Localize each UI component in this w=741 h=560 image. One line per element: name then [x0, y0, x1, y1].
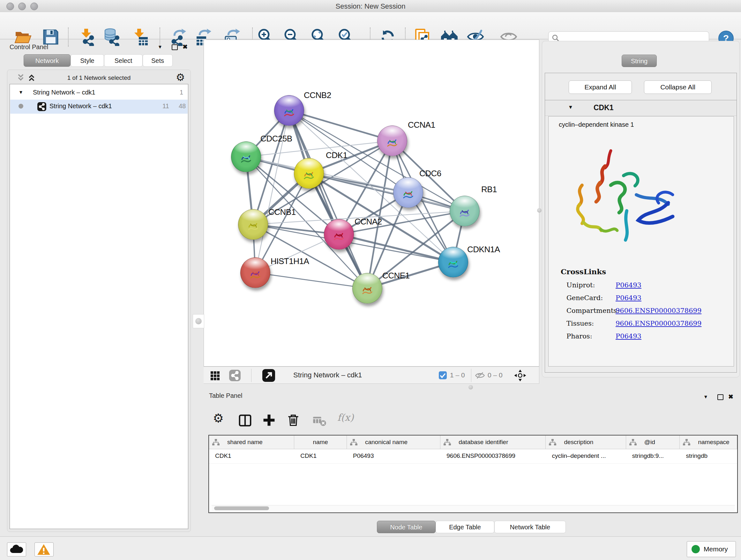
- column-header-canonical-name[interactable]: canonical name: [347, 435, 441, 449]
- network-type-icon[interactable]: [229, 370, 241, 381]
- table-cell[interactable]: P06493: [347, 449, 441, 463]
- selected-nodes-checkbox-icon[interactable]: [439, 371, 447, 381]
- tab-select[interactable]: Select: [104, 54, 143, 67]
- column-header--id[interactable]: @id: [626, 435, 680, 449]
- table-cell[interactable]: stringdb: [680, 449, 737, 463]
- column-header-label: @id: [644, 439, 655, 446]
- tree-expand-icon[interactable]: ▼: [18, 89, 23, 95]
- hidden-eye-icon[interactable]: [475, 371, 485, 381]
- panel-splitter-handle[interactable]: [193, 314, 204, 328]
- tab-style[interactable]: Style: [71, 54, 104, 67]
- table-cell[interactable]: CDK1: [294, 449, 347, 463]
- protein-structure-thumbnail: [398, 184, 418, 204]
- crosslink-row: Uniprot:P06493: [566, 281, 726, 289]
- table-panel-float-icon[interactable]: [718, 394, 724, 400]
- crosslink-row: GeneCard:P06493: [566, 294, 726, 302]
- scrollbar-thumb[interactable]: [214, 506, 269, 510]
- crosslink-row: Tissues:9606.ENSP00000378699: [566, 320, 726, 327]
- node-label-cdc25b: CDC25B: [260, 134, 292, 144]
- crosslink-link[interactable]: P06493: [616, 332, 642, 340]
- network-node-ccnb2[interactable]: [274, 95, 304, 126]
- column-header-description[interactable]: description: [546, 435, 626, 449]
- table-toolbar: ⚙ f(x): [208, 409, 738, 432]
- collapse-all-button[interactable]: Collapse All: [644, 80, 712, 94]
- node-label-cdk1: CDK1: [326, 150, 347, 160]
- column-header-shared-name[interactable]: shared name: [209, 435, 294, 449]
- table-settings-gear-icon[interactable]: ⚙: [213, 411, 224, 425]
- panel-splitter-dot[interactable]: [468, 385, 473, 389]
- control-panel-float-icon[interactable]: [172, 44, 178, 50]
- network-node-count: 11: [162, 103, 169, 110]
- control-panel-menu-icon[interactable]: ▼: [158, 44, 162, 50]
- current-network-name: String Network – cdk1: [293, 371, 362, 379]
- tab-edge-table[interactable]: Edge Table: [435, 521, 494, 533]
- birds-eye-crosshair-icon[interactable]: [514, 369, 527, 383]
- network-node-ccnb1[interactable]: [238, 209, 268, 240]
- crosslink-link[interactable]: 9606.ENSP00000378699: [616, 307, 701, 314]
- tab-network[interactable]: Network: [23, 54, 71, 67]
- column-header-namespace[interactable]: namespace: [680, 435, 737, 449]
- network-row-selected[interactable]: String Network – cdk1 11 48: [10, 100, 188, 114]
- control-panel-tabs: NetworkStyleSelectSets: [23, 54, 173, 67]
- import-network-file-icon[interactable]: [78, 28, 96, 46]
- table-header-row: shared namenamecanonical namedatabase id…: [209, 435, 737, 449]
- import-table-file-icon[interactable]: [131, 28, 149, 46]
- table-cell[interactable]: CDK1: [209, 449, 294, 463]
- table-horizontal-scrollbar[interactable]: [212, 505, 735, 511]
- table-panel-menu-icon[interactable]: ▼: [703, 394, 708, 399]
- protein-structure-thumbnail: [299, 165, 319, 185]
- network-canvas[interactable]: CCNB2 CCNA1 CDC25B CDK1 CDC6 RB1: [204, 40, 539, 367]
- column-header-name[interactable]: name: [294, 435, 347, 449]
- table-cell[interactable]: stringdb:9...: [626, 449, 680, 463]
- node-label-ccna1: CCNA1: [408, 120, 435, 130]
- network-edge[interactable]: [255, 273, 367, 288]
- table-cell[interactable]: cyclin–dependent ...: [546, 449, 626, 463]
- import-network-database-icon[interactable]: [103, 28, 120, 46]
- network-node-cdc6[interactable]: [393, 177, 423, 208]
- open-in-window-icon[interactable]: [262, 369, 275, 382]
- crosslink-link[interactable]: P06493: [616, 294, 642, 302]
- grid-view-icon[interactable]: [210, 371, 220, 382]
- protein-section-header[interactable]: ▼ CDK1: [545, 100, 737, 116]
- protein-structure-thumbnail: [455, 202, 475, 223]
- control-panel-close-icon[interactable]: ✖: [183, 43, 188, 51]
- network-node-ccne1[interactable]: [352, 273, 382, 304]
- crosslink-link[interactable]: 9606.ENSP00000378699: [616, 320, 701, 327]
- add-column-icon[interactable]: [262, 413, 276, 428]
- network-list: ▼ String Network – cdk1 1 String Network…: [10, 84, 188, 529]
- column-header-database-identifier[interactable]: database identifier: [441, 435, 546, 449]
- network-node-cdc25b[interactable]: [231, 141, 261, 172]
- table-row[interactable]: CDK1CDK1P064939606.ENSP00000378699cyclin…: [209, 449, 737, 463]
- network-edge[interactable]: [339, 234, 453, 262]
- network-edge[interactable]: [289, 111, 392, 141]
- tab-string[interactable]: String: [622, 55, 657, 67]
- tab-node-table[interactable]: Node Table: [377, 521, 435, 533]
- protein-description: cyclin–dependent kinase 1: [559, 121, 634, 128]
- panel-splitter-dot[interactable]: [537, 208, 542, 212]
- network-node-cdk1[interactable]: [294, 158, 324, 189]
- network-node-hist1h1a[interactable]: [240, 257, 270, 288]
- table-body: CDK1CDK1P064939606.ENSP00000378699cyclin…: [209, 449, 737, 463]
- table-cell[interactable]: 9606.ENSP00000378699: [441, 449, 546, 463]
- table-columns-icon[interactable]: [238, 413, 253, 429]
- network-node-ccna1[interactable]: [377, 125, 407, 156]
- expand-all-button[interactable]: Expand All: [569, 80, 632, 94]
- protein-details: cyclin–dependent kinase 1: [548, 116, 734, 367]
- network-node-rb1[interactable]: [450, 196, 480, 226]
- network-edge[interactable]: [246, 157, 408, 192]
- network-row-label: String Network – cdk1: [50, 103, 112, 110]
- cloud-button[interactable]: [7, 543, 26, 557]
- network-selection-summary: 1 of 1 Network selected: [7, 74, 191, 81]
- network-node-cdkn1a[interactable]: [438, 247, 468, 277]
- warning-button[interactable]: [35, 543, 54, 557]
- tab-sets[interactable]: Sets: [143, 54, 173, 67]
- network-options-gear-icon[interactable]: ⚙: [176, 71, 185, 83]
- table-panel-close-icon[interactable]: ✖: [728, 393, 733, 400]
- network-node-ccna2[interactable]: [324, 219, 354, 250]
- tab-network-table[interactable]: Network Table: [494, 521, 566, 533]
- network-collection-row[interactable]: ▼ String Network – cdk1 1: [10, 87, 188, 100]
- delete-column-trash-icon[interactable]: [286, 413, 300, 428]
- crosslink-link[interactable]: P06493: [616, 281, 642, 289]
- section-collapse-icon[interactable]: ▼: [568, 105, 573, 110]
- memory-button[interactable]: Memory: [687, 541, 736, 557]
